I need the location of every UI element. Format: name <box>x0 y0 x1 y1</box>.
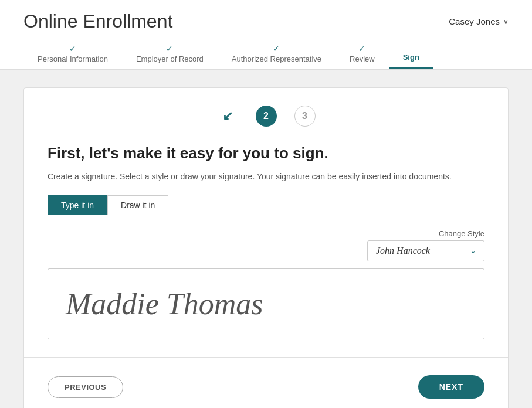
nav-tabs: ✓ Personal Information ✓ Employer of Rec… <box>23 39 509 69</box>
section-title: First, let's make it easy for you to sig… <box>48 144 484 162</box>
next-button[interactable]: NEXT <box>418 375 484 399</box>
user-name: Casey Jones <box>449 16 500 26</box>
previous-button[interactable]: PREVIOUS <box>48 376 123 398</box>
style-section: Change Style John Hancock ⌄ <box>48 229 484 261</box>
signature-type-toggle: Type it in Draw it in <box>48 195 484 215</box>
style-value: John Hancock <box>376 246 430 256</box>
app-title: Online Enrollment <box>23 11 172 32</box>
step-2-circle: 2 <box>256 106 277 127</box>
tab-label: Review <box>350 55 375 63</box>
tab-authorized-representative[interactable]: ✓ Authorized Representative <box>218 39 336 69</box>
user-menu[interactable]: Casey Jones ∨ <box>449 16 509 26</box>
check-icon: ✓ <box>358 44 365 53</box>
header: Online Enrollment Casey Jones ∨ ✓ Person… <box>0 0 532 70</box>
chevron-down-icon: ∨ <box>503 18 509 26</box>
tab-sign[interactable]: Sign <box>389 48 433 69</box>
check-icon: ✓ <box>69 44 76 53</box>
style-label: Change Style <box>439 229 484 238</box>
footer-buttons: PREVIOUS NEXT <box>48 375 484 399</box>
signature-text: Maddie Thomas <box>66 287 263 321</box>
step-3-circle: 3 <box>294 106 316 127</box>
check-icon: ✓ <box>273 44 280 53</box>
step-2: 2 <box>256 106 277 127</box>
tab-employer-of-record[interactable]: ✓ Employer of Record <box>122 39 218 69</box>
divider <box>24 357 508 358</box>
tab-personal-information[interactable]: ✓ Personal Information <box>23 39 122 69</box>
step-3: 3 <box>294 106 316 127</box>
card: ↙ 2 3 First, let's make it easy for you … <box>23 87 509 408</box>
step-1: ↙ <box>217 106 238 127</box>
section-description: Create a signature. Select a style or dr… <box>48 172 484 181</box>
check-icon: ✓ <box>166 44 173 53</box>
signature-preview-box: Maddie Thomas <box>48 268 484 339</box>
tab-label: Personal Information <box>38 55 108 63</box>
tab-label: Authorized Representative <box>232 55 321 63</box>
type-it-in-button[interactable]: Type it in <box>48 195 107 215</box>
step-1-circle: ↙ <box>217 106 238 127</box>
tab-label: Employer of Record <box>136 55 204 63</box>
tab-review[interactable]: ✓ Review <box>336 39 389 69</box>
tab-label: Sign <box>403 53 419 62</box>
chevron-down-icon: ⌄ <box>470 247 476 256</box>
main-content: ↙ 2 3 First, let's make it easy for you … <box>0 70 532 408</box>
draw-it-in-button[interactable]: Draw it in <box>107 195 168 215</box>
style-select-dropdown[interactable]: John Hancock ⌄ <box>367 240 484 261</box>
step-indicators: ↙ 2 3 <box>48 106 484 127</box>
